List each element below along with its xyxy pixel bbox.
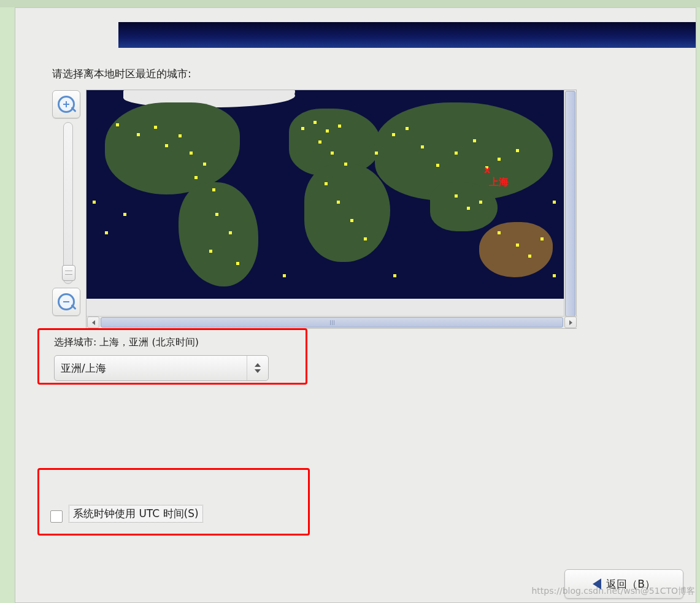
city-dot[interactable]: [473, 139, 476, 142]
city-dot[interactable]: [137, 133, 140, 136]
city-dot[interactable]: [215, 213, 218, 216]
city-dot[interactable]: [326, 129, 329, 133]
land: [430, 182, 498, 231]
city-dot[interactable]: [406, 127, 409, 130]
city-dot[interactable]: [553, 274, 556, 277]
city-dot[interactable]: [516, 149, 519, 152]
city-dot[interactable]: [301, 127, 304, 130]
map-zone: x 上海: [52, 90, 580, 346]
timezone-combobox[interactable]: 亚洲/上海: [54, 355, 269, 381]
city-dot[interactable]: [392, 133, 395, 136]
chevron-right-icon: [569, 320, 572, 325]
map-horizontal-scroll-thumb[interactable]: [101, 317, 563, 328]
city-dot[interactable]: [337, 201, 340, 204]
header-banner: [118, 22, 696, 48]
selected-city-label: 选择城市: 上海，亚洲 (北京时间): [54, 336, 299, 349]
map-scroll-right-button[interactable]: [564, 317, 577, 328]
city-dot[interactable]: [212, 188, 215, 191]
city-dot[interactable]: [194, 176, 198, 179]
city-dot[interactable]: [421, 145, 424, 148]
city-dot[interactable]: [123, 213, 126, 216]
zoom-in-icon: [58, 96, 75, 113]
city-dot[interactable]: [179, 134, 182, 137]
back-button[interactable]: 返回（B）: [564, 569, 683, 599]
city-dot[interactable]: [325, 182, 328, 185]
city-dot[interactable]: [229, 231, 232, 234]
back-arrow-icon: [593, 578, 601, 590]
city-dot[interactable]: [516, 244, 519, 247]
chevron-left-icon: [92, 320, 95, 325]
city-dot[interactable]: [455, 194, 458, 198]
city-dot[interactable]: [528, 255, 531, 258]
map-vertical-scroll-thumb[interactable]: [565, 91, 575, 317]
city-dot[interactable]: [105, 231, 108, 234]
city-dot[interactable]: [93, 201, 96, 204]
city-dot[interactable]: [350, 219, 353, 222]
utc-highlight: 系统时钟使用 UTC 时间(S): [37, 468, 310, 536]
map-scroll-left-button[interactable]: [87, 317, 99, 328]
selected-city-marker-icon: x: [484, 164, 490, 175]
world-map[interactable]: x 上海: [87, 90, 565, 317]
city-dot[interactable]: [498, 158, 501, 161]
city-dot[interactable]: [338, 125, 341, 128]
city-dot[interactable]: [393, 274, 396, 277]
land: [479, 222, 553, 277]
top-shadow: [0, 0, 700, 7]
content-area: 请选择离本地时区最近的城市:: [52, 67, 682, 602]
land: [179, 182, 258, 286]
utc-checkbox[interactable]: [50, 510, 63, 523]
city-dot[interactable]: [154, 126, 157, 129]
selected-city-marker-label: 上海: [489, 176, 509, 189]
land: [105, 102, 240, 194]
city-dot[interactable]: [479, 201, 482, 204]
timezone-prompt: 请选择离本地时区最近的城市:: [52, 67, 682, 81]
installer-window: 请选择离本地时区最近的城市:: [15, 7, 696, 603]
map-vertical-scrollbar[interactable]: [564, 90, 576, 317]
city-dot[interactable]: [203, 163, 206, 166]
city-dot[interactable]: [540, 237, 544, 240]
land: [87, 299, 565, 317]
zoom-slider-thumb[interactable]: [62, 265, 75, 281]
zoom-out-icon: [58, 293, 75, 310]
city-dot[interactable]: [455, 152, 458, 155]
zoom-controls: [52, 90, 84, 316]
zoom-out-button[interactable]: [52, 288, 80, 316]
land: [246, 90, 295, 102]
zoom-in-button[interactable]: [52, 90, 80, 118]
timezone-combobox-value: 亚洲/上海: [61, 361, 106, 375]
map-horizontal-scrollbar[interactable]: [87, 316, 577, 328]
city-dot[interactable]: [190, 152, 193, 155]
city-dot[interactable]: [209, 250, 212, 253]
city-dot[interactable]: [313, 121, 317, 124]
city-dot[interactable]: [498, 231, 501, 234]
zoom-slider-track[interactable]: [63, 122, 73, 284]
city-dot[interactable]: [436, 164, 439, 167]
city-dot[interactable]: [318, 140, 321, 144]
city-dot[interactable]: [375, 152, 378, 155]
city-dot[interactable]: [236, 262, 239, 265]
back-button-label: 返回（B）: [606, 577, 655, 591]
city-dot[interactable]: [116, 123, 119, 126]
utc-checkbox-label[interactable]: 系统时钟使用 UTC 时间(S): [69, 505, 203, 523]
land: [304, 164, 390, 262]
city-dot[interactable]: [553, 201, 556, 204]
city-dot[interactable]: [467, 207, 470, 210]
city-dot[interactable]: [344, 163, 347, 166]
city-dot[interactable]: [331, 152, 334, 155]
city-dot[interactable]: [364, 237, 367, 240]
city-select-highlight: 选择城市: 上海，亚洲 (北京时间) 亚洲/上海: [37, 328, 307, 385]
map-frame: x 上海: [86, 90, 577, 329]
combobox-spinner-icon: [247, 356, 268, 380]
city-dot[interactable]: [283, 274, 286, 277]
city-dot[interactable]: [165, 144, 168, 147]
